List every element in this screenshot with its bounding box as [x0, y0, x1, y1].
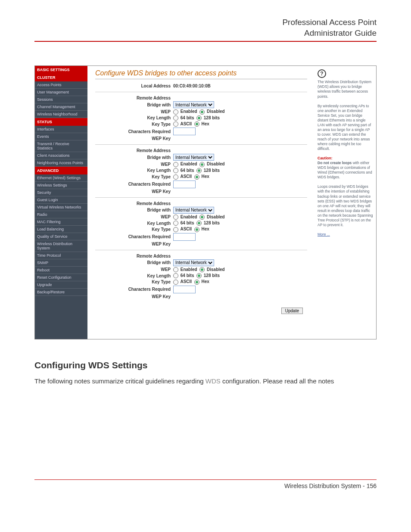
- page-title: Configure WDS bridges to other access po…: [95, 66, 307, 79]
- wep-disabled-radio[interactable]: [199, 215, 205, 220]
- doc-header: Professional Access Point Administrator …: [34, 17, 377, 38]
- wep-enabled-radio[interactable]: [173, 215, 178, 220]
- nav-item[interactable]: Wireless Settings: [35, 182, 87, 189]
- chars-required-input[interactable]: [173, 286, 196, 293]
- chars-required-label: Characters Required: [95, 287, 173, 292]
- key-length-label: Key Length: [95, 168, 173, 173]
- key64-radio[interactable]: [173, 221, 178, 226]
- chars-required-label: Characters Required: [95, 129, 173, 134]
- nav-status[interactable]: STATUS: [35, 118, 87, 126]
- main-content: Configure WDS bridges to other access po…: [87, 66, 376, 339]
- help-icon: ?: [318, 69, 326, 78]
- key128-radio[interactable]: [196, 273, 202, 278]
- wep-key-label: WEP Key: [95, 294, 173, 299]
- bridge-with-select[interactable]: Internal Network: [173, 259, 214, 266]
- bridge-with-select[interactable]: Internal Network: [173, 207, 214, 214]
- remote-address-label: Remote Address: [95, 254, 173, 258]
- wep-label: WEP: [95, 215, 173, 219]
- help-sidebar: ? The Wireless Distribution System (WDS)…: [315, 66, 376, 339]
- key64-radio[interactable]: [173, 273, 178, 278]
- help-p3: Loops created by WDS bridges with the in…: [318, 184, 374, 227]
- hex-radio[interactable]: [194, 174, 199, 180]
- hex-radio[interactable]: [194, 121, 199, 127]
- key-type-label: Key Type: [95, 280, 173, 284]
- ascii-radio[interactable]: [173, 121, 178, 127]
- bridge-with-label: Bridge with: [95, 260, 173, 265]
- hex-radio[interactable]: [194, 227, 199, 232]
- wep-label: WEP: [95, 162, 173, 167]
- local-address-value: 00:C0:49:00:10:0B: [173, 84, 211, 88]
- nav-item[interactable]: Ethernet (Wired) Settings: [35, 174, 87, 182]
- key-type-label: Key Type: [95, 174, 173, 179]
- local-address-label: Local Address: [95, 84, 173, 88]
- key64-radio[interactable]: [173, 168, 178, 173]
- wep-key-label: WEP Key: [95, 189, 173, 194]
- nav-item[interactable]: Transmit / Receive Statistics: [35, 140, 87, 152]
- key64-radio[interactable]: [173, 115, 178, 121]
- nav-item[interactable]: Access Points: [35, 81, 87, 89]
- nav-item[interactable]: Neighboring Access Points: [35, 159, 87, 167]
- nav-item[interactable]: Security: [35, 189, 87, 196]
- ascii-radio[interactable]: [173, 227, 178, 232]
- nav-item[interactable]: Guest Login: [35, 196, 87, 204]
- wep-key-label: WEP Key: [95, 242, 173, 246]
- doc-header-line1: Professional Access Point: [282, 18, 377, 27]
- nav-item[interactable]: User Management: [35, 89, 87, 96]
- remote-address-label: Remote Address: [95, 148, 173, 153]
- help-more-link[interactable]: More ...: [318, 232, 330, 236]
- help-caution-label: Caution:: [318, 156, 332, 160]
- wep-disabled-radio[interactable]: [199, 162, 205, 167]
- wep-disabled-radio[interactable]: [199, 109, 205, 115]
- doc-footer: Wireless Distribution System - 156: [34, 479, 377, 489]
- chars-required-input[interactable]: [173, 233, 196, 241]
- nav-item[interactable]: Quality of Service: [35, 233, 87, 240]
- chars-required-input[interactable]: [173, 128, 196, 135]
- nav-item[interactable]: Time Protocol: [35, 252, 87, 259]
- chars-required-label: Characters Required: [95, 234, 173, 239]
- nav-item[interactable]: Client Associations: [35, 152, 87, 159]
- wep-enabled-radio[interactable]: [173, 162, 178, 167]
- nav-item[interactable]: Sessions: [35, 96, 87, 103]
- chars-required-input[interactable]: [173, 180, 196, 188]
- nav-cluster[interactable]: CLUSTER: [35, 74, 87, 81]
- nav-item[interactable]: Reboot: [35, 267, 87, 274]
- hex-radio[interactable]: [194, 280, 199, 285]
- nav-item[interactable]: SNMP: [35, 259, 87, 267]
- ascii-radio[interactable]: [173, 174, 178, 180]
- ascii-radio[interactable]: [173, 280, 178, 285]
- bridge-with-select[interactable]: Internal Network: [173, 154, 214, 161]
- update-button[interactable]: Update: [281, 308, 303, 314]
- nav-item[interactable]: Upgrade: [35, 281, 87, 289]
- key128-radio[interactable]: [196, 115, 202, 121]
- help-p1: The Wireless Distribution System (WDS) a…: [318, 80, 374, 99]
- nav-item[interactable]: Backup/Restore: [35, 289, 87, 296]
- bridge-with-select[interactable]: Internal Network: [173, 101, 214, 108]
- help-caution-bold: Do not create loops: [318, 161, 352, 165]
- key-type-label: Key Type: [95, 122, 173, 127]
- wep-key-label: WEP Key: [95, 136, 173, 141]
- nav-item[interactable]: Events: [35, 133, 87, 140]
- nav-item[interactable]: Virtual Wireless Networks: [35, 204, 87, 211]
- nav-item[interactable]: Radio: [35, 211, 87, 218]
- body-text: The following notes summarize critical g…: [34, 377, 377, 385]
- key128-radio[interactable]: [196, 168, 202, 173]
- nav-advanced[interactable]: ADVANCED: [35, 167, 87, 174]
- bridge-with-label: Bridge with: [95, 103, 173, 107]
- nav-item[interactable]: MAC Filtering: [35, 218, 87, 226]
- nav-item[interactable]: Load Balancing: [35, 226, 87, 233]
- app-frame: BASIC SETTINGS CLUSTER Access PointsUser…: [34, 65, 377, 339]
- nav-item[interactable]: Wireless Distribution System: [35, 240, 87, 252]
- key128-radio[interactable]: [196, 221, 202, 226]
- remote-address-label: Remote Address: [95, 201, 173, 206]
- nav-basic-settings[interactable]: BASIC SETTINGS: [35, 66, 87, 74]
- wep-label: WEP: [95, 267, 173, 272]
- wep-enabled-radio[interactable]: [173, 267, 178, 272]
- wep-disabled-radio[interactable]: [199, 267, 205, 272]
- doc-header-line2: Administrator Guide: [304, 28, 377, 37]
- nav-item[interactable]: Channel Management: [35, 103, 87, 111]
- nav-item[interactable]: Reset Configuration: [35, 274, 87, 281]
- wep-label: WEP: [95, 109, 173, 114]
- nav-item[interactable]: Interfaces: [35, 126, 87, 133]
- wep-enabled-radio[interactable]: [173, 109, 178, 115]
- nav-item[interactable]: Wireless Neighborhood: [35, 111, 87, 118]
